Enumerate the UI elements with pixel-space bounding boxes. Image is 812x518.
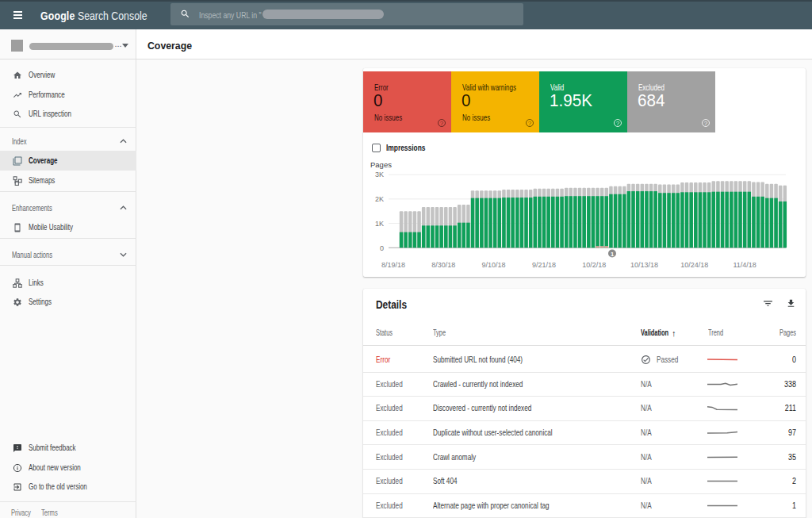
svg-text:1: 1 (611, 251, 614, 258)
svg-text:0: 0 (380, 244, 384, 252)
svg-text:3K: 3K (375, 171, 384, 178)
svg-text:9/10/18: 9/10/18 (482, 261, 506, 269)
svg-text:10/24/18: 10/24/18 (680, 261, 708, 269)
svg-text:10/2/18: 10/2/18 (582, 261, 606, 269)
svg-text:1K: 1K (375, 220, 384, 228)
svg-text:10/13/18: 10/13/18 (630, 261, 658, 269)
svg-text:9/21/18: 9/21/18 (532, 261, 556, 269)
svg-text:8/30/18: 8/30/18 (431, 261, 455, 269)
svg-text:8/19/18: 8/19/18 (381, 261, 405, 269)
svg-text:11/4/18: 11/4/18 (733, 261, 756, 269)
svg-text:2K: 2K (375, 195, 384, 203)
svg-text:Pages: Pages (370, 160, 392, 169)
